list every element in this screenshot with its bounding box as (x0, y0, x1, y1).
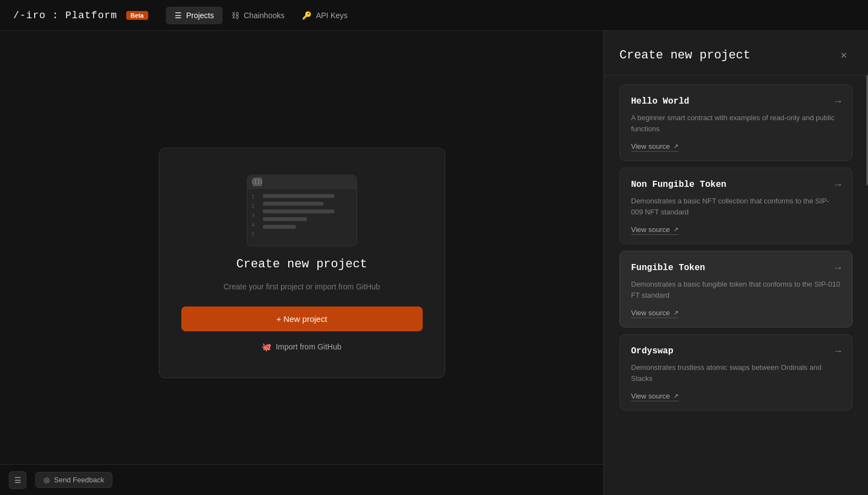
project-name-ordyswap: Ordyswap (631, 346, 673, 356)
center-card: {{}} 1 2 3 4 5 Create (159, 148, 445, 378)
external-link-icon-ordyswap: ↗ (673, 392, 678, 400)
top-nav: /-iro : Platform Beta ☰ Projects ⛓ Chain… (0, 0, 868, 31)
view-source-label-nft: View source (631, 225, 670, 234)
external-link-icon-hello-world: ↗ (673, 143, 678, 150)
nav-item-chainhooks[interactable]: ⛓ Chainhooks (223, 7, 293, 24)
view-source-ordyswap[interactable]: View source ↗ (631, 392, 678, 401)
code-illustration: {{}} 1 2 3 4 5 (247, 175, 357, 246)
code-lines: 1 2 3 4 5 (247, 189, 357, 234)
nav-label-chainhooks: Chainhooks (244, 11, 284, 20)
nav-label-projects: Projects (186, 11, 214, 20)
view-source-ft[interactable]: View source ↗ (631, 309, 678, 318)
view-source-label-ft: View source (631, 309, 670, 317)
import-label: Import from GitHub (276, 342, 341, 351)
project-card-ft[interactable]: Fungible Token → Demonstrates a basic fu… (619, 251, 853, 327)
nav-item-projects[interactable]: ☰ Projects (166, 7, 223, 24)
project-desc-hello-world: A beginner smart contract with examples … (631, 112, 841, 134)
arrow-icon-ordyswap: → (835, 346, 841, 357)
arrow-icon-nft: → (835, 179, 841, 190)
chainhooks-icon: ⛓ (231, 11, 239, 20)
external-link-icon-nft: ↗ (673, 226, 678, 233)
project-desc-ft: Demonstrates a basic fungible token that… (631, 279, 841, 300)
drawer-close-button[interactable]: × (835, 46, 853, 64)
project-name-ft: Fungible Token (631, 263, 705, 273)
project-card-ordyswap[interactable]: Ordyswap → Demonstrates trustless atomic… (619, 334, 853, 411)
bottom-bar: ☰ ◎ Send Feedback (0, 464, 603, 495)
arrow-icon-ft: → (835, 262, 841, 273)
view-source-label-ordyswap: View source (631, 392, 670, 400)
nav-item-api-keys[interactable]: 🔑 API Keys (293, 7, 357, 24)
project-desc-nft: Demonstrates a basic NFT collection that… (631, 196, 841, 217)
project-name-hello-world: Hello World (631, 96, 689, 106)
project-name-nft: Non Fungible Token (631, 180, 726, 190)
project-card-nft[interactable]: Non Fungible Token → Demonstrates a basi… (619, 168, 853, 244)
send-feedback-button[interactable]: ◎ Send Feedback (35, 472, 112, 488)
card-subtitle: Create your first project or import from… (224, 282, 380, 291)
project-card-hello-world[interactable]: Hello World → A beginner smart contract … (619, 84, 853, 161)
view-source-nft[interactable]: View source ↗ (631, 225, 678, 235)
drawer-title: Create new project (619, 49, 751, 62)
line-numbers: 1 2 3 4 5 (252, 194, 255, 237)
project-desc-ordyswap: Demonstrates trustless atomic swaps betw… (631, 362, 841, 384)
app-logo: /-iro : Platform (13, 10, 117, 21)
nav-label-api-keys: API Keys (316, 11, 348, 20)
drawer-scroll[interactable]: Hello World → A beginner smart contract … (604, 76, 868, 495)
arrow-icon-hello-world: → (835, 96, 841, 107)
view-source-hello-world[interactable]: View source ↗ (631, 142, 678, 152)
list-icon-button[interactable]: ☰ (9, 471, 26, 489)
feedback-label: Send Feedback (54, 476, 104, 484)
left-panel: {{}} 1 2 3 4 5 Create (0, 31, 603, 495)
import-github-button[interactable]: 🐙 Import from GitHub (262, 342, 341, 351)
view-source-label-hello-world: View source (631, 142, 670, 150)
projects-icon: ☰ (175, 11, 182, 20)
github-icon: 🐙 (262, 342, 271, 351)
list-icon: ☰ (14, 476, 21, 485)
code-header-icon: {{}} (253, 177, 262, 186)
main-content: {{}} 1 2 3 4 5 Create (0, 31, 868, 495)
code-header: {{}} (247, 175, 357, 189)
external-link-icon-ft: ↗ (673, 309, 678, 316)
new-project-button[interactable]: + New project (181, 306, 423, 331)
card-title: Create new project (236, 257, 368, 271)
beta-badge: Beta (126, 11, 148, 20)
right-panel: Create new project × Hello World → A beg… (603, 31, 868, 495)
api-keys-icon: 🔑 (302, 11, 311, 20)
drawer-header: Create new project × (604, 31, 868, 76)
feedback-icon: ◎ (44, 476, 50, 484)
